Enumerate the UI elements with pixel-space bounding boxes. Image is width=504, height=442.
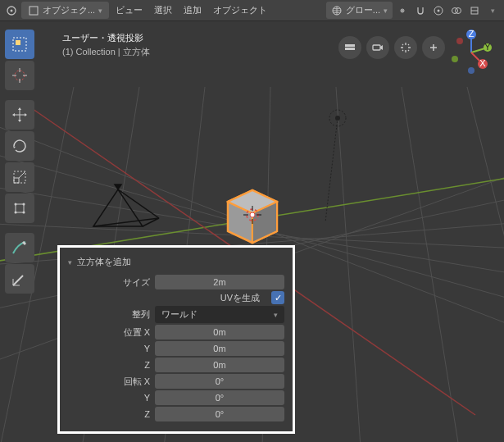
location-y-field[interactable]: 0m — [155, 341, 284, 356]
viewport-info: ユーザー・透視投影 (1) Collection | 立方体 — [62, 31, 150, 58]
rotation-z-field[interactable]: 0° — [155, 407, 284, 421]
tool-cursor[interactable] — [5, 61, 34, 90]
orientation-label: グロー... — [346, 4, 380, 16]
snap-icon[interactable] — [412, 2, 429, 19]
collection-label: (1) Collection | 立方体 — [62, 45, 150, 59]
svg-point-5 — [402, 10, 403, 11]
uv-checkbox[interactable]: ✓ — [271, 291, 284, 304]
xray-icon[interactable] — [466, 2, 483, 19]
panel-header[interactable]: ▾立方体を追加 — [68, 254, 284, 273]
proportional-icon[interactable] — [430, 2, 447, 19]
switch-camera-icon[interactable] — [366, 36, 389, 59]
rotation-x-label: 回転 X — [68, 376, 150, 388]
mode-label: オブジェク... — [43, 4, 95, 16]
location-x-field[interactable]: 0m — [155, 325, 284, 339]
axis-gizmo[interactable]: Z Y X — [448, 30, 494, 75]
camera-view-icon[interactable] — [338, 36, 361, 59]
chevron-down-icon: ▾ — [98, 7, 102, 15]
svg-point-45 — [335, 116, 340, 121]
location-z-field[interactable]: 0m — [155, 358, 284, 372]
svg-rect-53 — [16, 204, 24, 212]
camera-object[interactable] — [85, 181, 167, 239]
svg-rect-2 — [30, 7, 38, 15]
chevron-down-icon[interactable]: ▾ — [484, 2, 501, 19]
svg-rect-30 — [345, 48, 355, 50]
tool-transform[interactable] — [5, 194, 34, 223]
zoom-icon[interactable] — [422, 36, 445, 59]
overlay-icon[interactable] — [448, 2, 465, 19]
size-label: サイズ — [68, 276, 150, 289]
svg-rect-52 — [14, 178, 19, 183]
collapse-icon: ▾ — [68, 258, 72, 267]
location-x-label: 位置 X — [68, 326, 150, 339]
svg-point-57 — [23, 212, 25, 214]
operator-panel: ▾立方体を追加 サイズ 2m UVを生成 ✓ 整列 ワールド▾ 位置 X 0m … — [57, 245, 295, 434]
left-toolbar — [5, 30, 34, 294]
svg-point-54 — [15, 203, 17, 206]
svg-rect-49 — [16, 40, 20, 45]
viewport-controls — [338, 36, 445, 59]
size-field[interactable]: 2m — [155, 275, 284, 289]
chevron-down-icon: ▾ — [384, 7, 388, 15]
rotation-y-label: Y — [68, 393, 150, 403]
header-bar: オブジェク... ▾ ビュー 選択 追加 オブジェクト グロー... ▾ ▾ — [0, 0, 504, 21]
svg-text:Z: Z — [469, 30, 474, 39]
light-object[interactable] — [321, 102, 354, 134]
svg-text:X: X — [479, 58, 486, 68]
tool-measure[interactable] — [5, 264, 34, 294]
mode-dropdown[interactable]: オブジェク... ▾ — [21, 2, 109, 19]
tool-rotate[interactable] — [5, 131, 34, 161]
svg-point-55 — [23, 203, 25, 206]
tool-select-box[interactable] — [5, 30, 34, 59]
menu-select[interactable]: 選択 — [149, 2, 177, 19]
orientation-dropdown[interactable]: グロー... ▾ — [326, 2, 393, 19]
svg-point-1 — [11, 9, 13, 11]
rotation-y-field[interactable]: 0° — [155, 390, 284, 405]
location-z-label: Z — [68, 360, 150, 370]
align-dropdown[interactable]: ワールド▾ — [155, 306, 284, 323]
svg-rect-31 — [373, 45, 380, 50]
tool-move[interactable] — [5, 100, 34, 130]
svg-point-47 — [250, 212, 255, 217]
perspective-label: ユーザー・透視投影 — [62, 31, 150, 45]
editor-type-icon[interactable] — [3, 2, 20, 19]
svg-point-56 — [15, 212, 17, 214]
cube-object[interactable] — [223, 184, 280, 241]
svg-rect-29 — [345, 44, 355, 47]
svg-point-43 — [468, 67, 474, 74]
align-label: 整列 — [68, 308, 150, 321]
pan-icon[interactable] — [394, 36, 417, 59]
svg-text:Y: Y — [484, 42, 491, 52]
svg-point-7 — [438, 9, 440, 11]
tool-scale[interactable] — [5, 162, 34, 192]
chevron-down-icon: ▾ — [274, 311, 278, 319]
menu-add[interactable]: 追加 — [179, 2, 207, 19]
pivot-icon[interactable] — [394, 2, 411, 19]
svg-point-42 — [456, 38, 463, 44]
tool-annotate[interactable] — [5, 233, 34, 262]
svg-point-41 — [452, 56, 458, 62]
rotation-z-label: Z — [68, 409, 150, 419]
menu-view[interactable]: ビュー — [111, 2, 148, 19]
rotation-x-field[interactable]: 0° — [155, 374, 284, 389]
panel-title: 立方体を追加 — [77, 256, 131, 268]
uv-label: UVを生成 — [155, 292, 266, 304]
location-y-label: Y — [68, 344, 150, 353]
menu-object[interactable]: オブジェクト — [208, 2, 272, 19]
